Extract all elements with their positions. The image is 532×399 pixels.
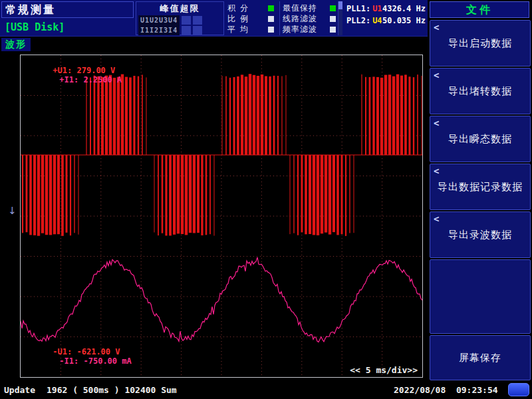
back-arrow-icon: < <box>434 22 440 33</box>
peak-voltage-channels: U1U2U3U4 <box>138 15 180 25</box>
sidebar-button-label: 导出堵转数据 <box>448 85 512 98</box>
peak-extra-cell <box>193 26 202 35</box>
back-arrow-icon: < <box>434 166 440 176</box>
flag-char: 均 <box>240 24 248 35</box>
level-marker-icon: ↓ <box>8 205 17 217</box>
measurement-mode-box: 常规测量 <box>1 1 134 18</box>
u1-max-label: +U1: 279.00 V <box>53 66 115 75</box>
screen-save-button[interactable]: 屏幕保存 <box>430 335 531 380</box>
peak-current-channels: I1I2I3I4 <box>138 25 180 35</box>
filter-label: 频率滤波 <box>283 24 317 35</box>
sidebar-button-label: 导出录波数据 <box>448 229 512 241</box>
flag-char: 分 <box>240 3 248 14</box>
peak-extra-cell <box>182 26 191 35</box>
sidebar-button-label: 导出数据记录数据 <box>438 181 523 194</box>
sidebar-button-label: 导出启动数据 <box>448 37 512 50</box>
peak-extra-cell <box>182 16 191 25</box>
filter-label: 线路滤波 <box>283 13 317 25</box>
u1-min-label: -U1: -621.00 V <box>53 347 120 356</box>
max-values-label: +U1: 279.00 V +I1: 2.2500 A <box>24 57 122 94</box>
pll-frequency-value: 4326.4 Hz <box>382 4 426 13</box>
status-indicator <box>508 383 529 396</box>
usb-disk-label: [USB Disk] <box>5 21 65 33</box>
integration-flags-panel: 积分比例平均 <box>225 1 279 35</box>
pll-scrollbar-thumb <box>338 1 342 9</box>
pll-name-label: PLL2: <box>346 16 370 25</box>
peak-extra-cell <box>193 16 202 25</box>
pll-scrollbar <box>338 1 342 35</box>
sidebar-button-label: 屏幕保存 <box>459 352 501 364</box>
datetime-label: 2022/08/08 09:23:54 <box>394 385 498 395</box>
waveform-canvas <box>21 55 422 377</box>
flag-char: 例 <box>240 13 248 25</box>
tab-waveform[interactable]: 波形 <box>1 38 31 51</box>
flag-char: 比 <box>227 13 235 25</box>
update-label: Update <box>4 385 35 395</box>
export-startup-data-button[interactable]: <导出启动数据 <box>430 20 531 66</box>
sample-counter: 1962 ( 500ms ) 102400 Sum <box>47 385 177 395</box>
filter-flags-panel: 最值保持线路滤波频率滤波 <box>279 1 338 35</box>
peak-row-current: I1I2I3I4 <box>138 25 202 35</box>
flag-char: 积 <box>227 3 235 14</box>
export-transient-data-button[interactable]: <导出瞬态数据 <box>430 116 531 162</box>
filter-flag-line-filter: 线路滤波 <box>283 14 336 23</box>
mode-flag-average: 平均 <box>227 25 274 34</box>
pll-source-label: U4 <box>372 16 382 25</box>
freq-filter-indicator-icon <box>330 27 336 33</box>
pll-name-label: PLL1: <box>346 4 370 13</box>
flag-char: 平 <box>227 24 235 35</box>
back-arrow-icon: < <box>434 70 440 80</box>
i1-min-label: -I1: -750.00 mA <box>59 356 131 366</box>
measurement-mode-label: 常规测量 <box>5 3 56 16</box>
max-hold-indicator-icon <box>330 5 336 11</box>
waveform-plot: +U1: 279.00 V +I1: 2.2500 A -U1: -621.00… <box>20 55 423 378</box>
pll-source-label: U1 <box>372 4 382 13</box>
pll2-row: PLL2:U450.035 Hz <box>346 16 426 25</box>
sidebar: <导出启动数据<导出堵转数据<导出瞬态数据<导出数据记录数据<导出录波数据屏幕保… <box>430 0 531 399</box>
pll-frequency-value: 50.035 Hz <box>382 16 426 25</box>
filter-label: 最值保持 <box>283 3 317 14</box>
filter-flag-freq-filter: 频率滤波 <box>283 25 336 34</box>
export-locked-rotor-data-button[interactable]: <导出堵转数据 <box>430 68 531 114</box>
ratio-indicator-icon <box>268 16 274 22</box>
peak-row-voltage: U1U2U3U4 <box>138 15 202 25</box>
status-bar: Update 1962 ( 500ms ) 102400 Sum 2022/08… <box>0 380 532 399</box>
pll-rows: PLL1:U14326.4 HzPLL2:U450.035 Hz <box>338 4 428 25</box>
back-arrow-icon: < <box>434 118 440 128</box>
waveform-svg <box>21 55 422 377</box>
min-values-label: -U1: -621.00 V -I1: -750.00 mA <box>24 338 132 375</box>
timebase-label: << 5 ms/div>> <box>350 365 418 375</box>
line-filter-indicator-icon <box>330 16 336 22</box>
back-arrow-icon: < <box>434 213 440 224</box>
pll-panel: PLL1:U14326.4 HzPLL2:U450.035 Hz <box>338 1 428 35</box>
empty-slot-button <box>430 259 531 334</box>
integration-indicator-icon <box>268 5 274 11</box>
mode-flag-integration: 积分 <box>227 3 274 13</box>
average-indicator-icon <box>268 27 274 33</box>
pll1-row: PLL1:U14326.4 Hz <box>346 4 426 13</box>
top-bar: 常规测量 [USB Disk] 峰值超限 U1U2U3U4 I1I2I3I4 积… <box>0 0 428 37</box>
peak-over-limit-title: 峰值超限 <box>136 3 223 15</box>
i1-max-label: +I1: 2.2500 A <box>59 75 122 84</box>
export-waveform-record-data-button[interactable]: <导出录波数据 <box>430 211 531 258</box>
filter-flag-max-hold: 最值保持 <box>283 3 336 13</box>
instrument-screen: 常规测量 [USB Disk] 峰值超限 U1U2U3U4 I1I2I3I4 积… <box>0 0 532 399</box>
export-datalog-data-button[interactable]: <导出数据记录数据 <box>430 164 531 210</box>
mode-flag-ratio: 比例 <box>227 14 274 23</box>
peak-over-limit-panel: 峰值超限 U1U2U3U4 I1I2I3I4 <box>136 1 224 35</box>
sidebar-button-label: 导出瞬态数据 <box>448 133 512 146</box>
